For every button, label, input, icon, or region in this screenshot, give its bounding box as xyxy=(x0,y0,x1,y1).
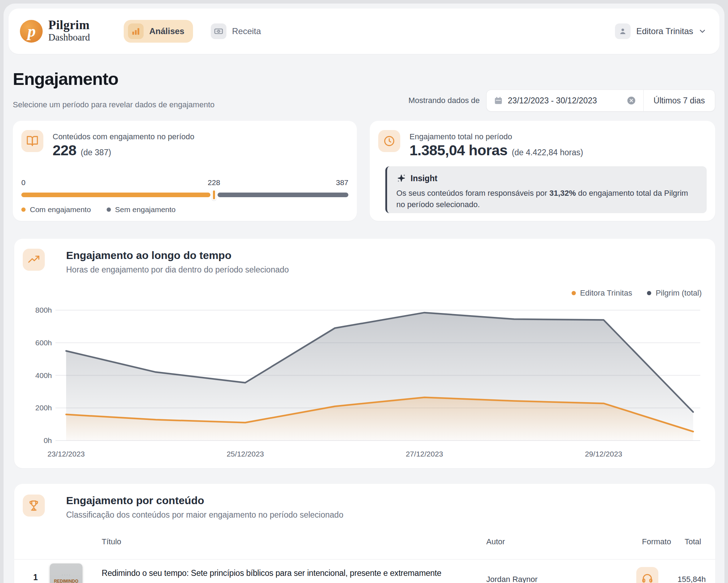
page-title: Engajamento xyxy=(13,69,118,89)
insight-highlight: 31,32% xyxy=(549,189,576,198)
row-content-title: Redimindo o seu tempo: Sete princípios b… xyxy=(102,567,478,579)
date-range-picker[interactable]: 23/12/2023 - 30/12/2023 xyxy=(486,90,643,112)
trophy-icon xyxy=(23,495,45,517)
nav-tab-label: Receita xyxy=(232,26,261,36)
contents-stat-label: Conteúdos com engajamento no período xyxy=(53,132,194,141)
column-header-autor: Autor xyxy=(486,537,505,546)
cover-line: REDIMINDO xyxy=(50,579,82,583)
table-subtitle: Classificação dos conteúdos por maior en… xyxy=(66,510,343,520)
x-circle-icon xyxy=(626,96,636,106)
preset-label: Últimos 7 dias xyxy=(654,96,705,106)
chevron-down-icon xyxy=(698,27,707,36)
clear-date-button[interactable] xyxy=(626,96,636,106)
ranking-table-card: Engajamento por conteúdo Classificação d… xyxy=(14,484,715,583)
clock-icon xyxy=(378,130,400,152)
slider-min-label: 0 xyxy=(21,178,26,187)
pilgrim-logo-icon: p xyxy=(20,20,43,43)
hours-stat-card: Engajamento total no período 1.385,04 ho… xyxy=(370,121,715,221)
progress-handle[interactable] xyxy=(212,189,216,200)
brand-wordmark: Pilgrim Dashboard xyxy=(48,18,90,43)
brand-subname: Dashboard xyxy=(48,32,90,43)
slider-scale: 0 228 387 xyxy=(21,178,348,188)
brand-name: Pilgrim xyxy=(48,18,90,32)
preset-last-7-days-button[interactable]: Últimos 7 dias xyxy=(643,90,715,112)
column-header-titulo: Título xyxy=(102,537,121,546)
main-nav: Análises Receita xyxy=(124,20,269,43)
legend-label: Sem engajamento xyxy=(115,205,176,214)
legend-dot xyxy=(21,207,26,212)
period-controls: Mostrando dados de 23/12/2023 - 30/12/20… xyxy=(408,90,715,112)
book-open-icon xyxy=(21,130,43,152)
legend-label: Com engajamento xyxy=(30,205,91,214)
slider-current-label: 228 xyxy=(208,178,220,187)
column-header-formato: Formato xyxy=(642,537,671,546)
sparkles-icon xyxy=(396,173,406,183)
hours-stat-total: (de 4.422,84 horas) xyxy=(512,148,583,157)
progress-segment-engaged xyxy=(21,193,210,197)
headphones-icon xyxy=(636,567,658,583)
svg-text:p: p xyxy=(26,22,36,40)
contents-stat-value: 228 xyxy=(53,142,76,159)
page-subtitle: Selecione um período para revelar dados … xyxy=(13,100,215,109)
period-label: Mostrando dados de xyxy=(408,96,480,105)
engagement-progress-bar xyxy=(21,193,348,197)
contents-stat-total: (de 387) xyxy=(81,148,111,157)
table-title: Engajamento por conteúdo xyxy=(66,495,204,507)
table-header-divider xyxy=(14,559,715,560)
progress-segment-not-engaged xyxy=(218,193,348,197)
nav-tab-analises[interactable]: Análises xyxy=(124,20,193,43)
user-icon xyxy=(615,23,631,39)
time-series-chart[interactable] xyxy=(14,239,715,468)
cover-decor: · · · · xyxy=(50,573,82,577)
insight-title: Insight xyxy=(411,174,437,183)
legend-item: Com engajamento xyxy=(21,205,91,214)
top-bar: p Pilgrim Dashboard Análises Receita Edi… xyxy=(9,9,719,54)
row-rank: 1 xyxy=(28,573,43,582)
insight-text: Os seus conteúdos foram responsáveis por… xyxy=(396,188,698,210)
engagement-chart-card: Engajamento ao longo do tempo Horas de e… xyxy=(14,239,715,468)
column-header-total: Total xyxy=(685,537,701,546)
account-menu[interactable]: Editora Trinitas xyxy=(615,23,707,39)
progress-legend: Com engajamento Sem engajamento xyxy=(21,205,176,214)
row-author: Jordan Raynor xyxy=(486,575,537,583)
slider-max-label: 387 xyxy=(336,178,348,187)
book-cover-thumbnail: · · · · REDIMINDO O SEU TEMPO xyxy=(50,563,82,583)
date-range-value: 23/12/2023 - 30/12/2023 xyxy=(508,96,597,106)
insight-box: Insight Os seus conteúdos foram responsá… xyxy=(385,166,707,213)
bar-chart-icon xyxy=(128,23,144,39)
nav-tab-label: Análises xyxy=(149,26,184,36)
row-total-hours: 155,84h xyxy=(678,575,706,583)
account-name: Editora Trinitas xyxy=(636,26,693,36)
banknote-icon xyxy=(211,23,226,39)
calendar-icon xyxy=(494,96,503,105)
contents-stat-card: Conteúdos com engajamento no período 228… xyxy=(13,121,357,221)
legend-dot xyxy=(107,207,111,212)
hours-stat-value: 1.385,04 horas xyxy=(410,142,508,159)
nav-tab-receita[interactable]: Receita xyxy=(207,20,269,43)
legend-item: Sem engajamento xyxy=(107,205,176,214)
hours-stat-label: Engajamento total no período xyxy=(410,132,512,141)
